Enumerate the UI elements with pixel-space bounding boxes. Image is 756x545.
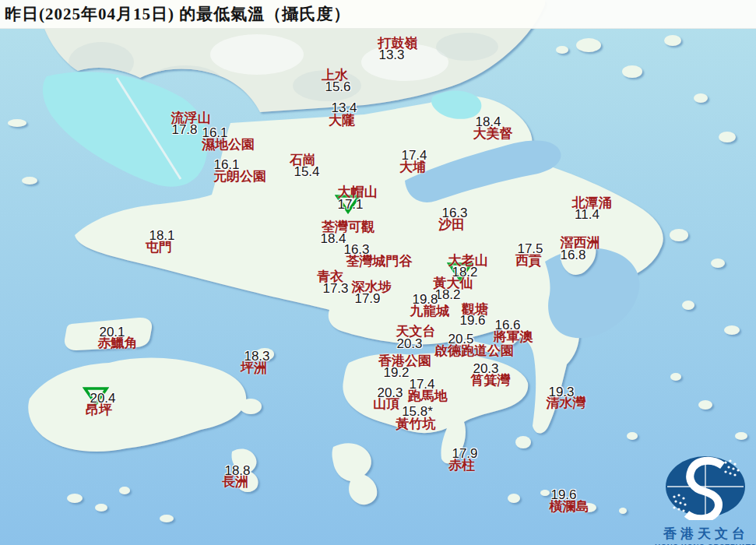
- station-value: 17.3: [322, 283, 348, 295]
- station-value: 16.6: [494, 319, 520, 332]
- station-name: 黃竹坑: [396, 417, 436, 431]
- station-value: 16.1: [202, 127, 227, 139]
- station-value: 19.8: [412, 294, 438, 306]
- station-name: 啟德跑道公園: [434, 344, 514, 357]
- station-value: 17.1: [337, 199, 363, 211]
- station-value: 18.3: [244, 350, 269, 363]
- station-value: 20.4: [90, 392, 115, 405]
- station-value: 17.9: [452, 448, 477, 460]
- station-value: 16.3: [343, 244, 369, 256]
- station-value: 19.2: [383, 367, 409, 379]
- station-value: 19.6: [550, 489, 576, 501]
- station-value: 20.3: [377, 387, 403, 399]
- station-value: 17.4: [409, 378, 434, 391]
- title-bar: 昨日(2025年04月15日) 的最低氣溫（攝氏度）: [0, 0, 756, 29]
- station-value: 20.3: [396, 338, 422, 350]
- station-value: 16.8: [560, 249, 585, 262]
- station-value: 17.8: [171, 124, 197, 136]
- station-value: 17.5: [517, 243, 543, 255]
- station-value: 18.4: [320, 233, 346, 245]
- station-value: 16.1: [213, 159, 239, 171]
- station-value: 18.8: [224, 465, 250, 477]
- station-value: 18.4: [475, 116, 501, 128]
- station-value: 18.2: [434, 289, 460, 301]
- station-name: 大隴: [329, 114, 355, 127]
- station-value: 15.4: [294, 166, 319, 178]
- hko-logo-chinese-name: 香港天文台: [655, 525, 756, 543]
- station-value: 18.1: [149, 230, 174, 242]
- station-value: 13.4: [331, 102, 357, 114]
- station-value: 18.2: [452, 266, 477, 279]
- station-value: 20.3: [473, 363, 498, 375]
- station-value: 20.5: [448, 333, 473, 346]
- station-value: 13.3: [378, 49, 404, 62]
- hong-kong-map: [0, 0, 756, 545]
- hko-logo: 香港天文台 HONG KONG OBSERVATORY: [655, 452, 756, 545]
- station-value: 20.1: [99, 326, 125, 339]
- min-temperature-map-page: 昨日(2025年04月15日) 的最低氣溫（攝氏度） 打鼓嶺13.3上水15.6…: [0, 0, 756, 545]
- station-value: 17.4: [401, 149, 427, 162]
- hko-logo-icon: [655, 452, 756, 520]
- station-value: 15.8*: [402, 406, 433, 418]
- station-value: 19.6: [459, 315, 485, 327]
- station-value: 16.3: [441, 207, 467, 220]
- page-title: 昨日(2025年04月15日) 的最低氣溫（攝氏度）: [5, 3, 350, 25]
- station-value: 19.3: [548, 386, 574, 399]
- station-value: 11.4: [575, 209, 600, 221]
- station-value: 15.6: [325, 81, 350, 93]
- station-value: 17.9: [354, 293, 380, 305]
